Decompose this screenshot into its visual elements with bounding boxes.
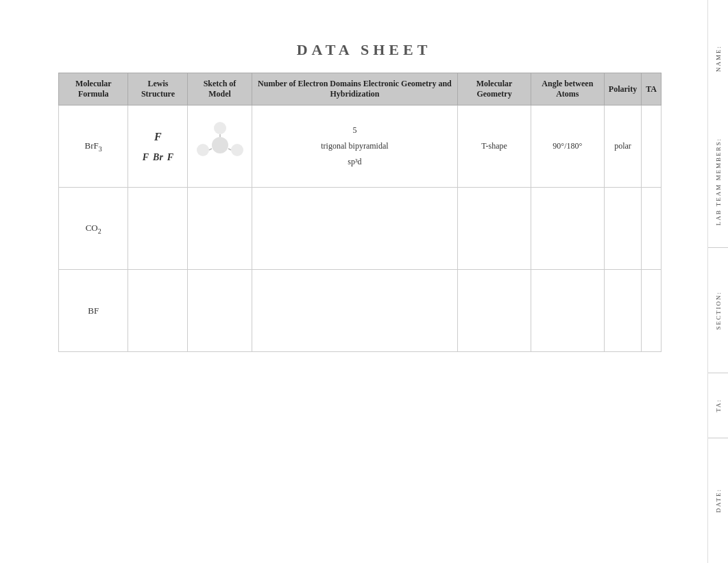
sidebar: NAME: LAB TEAM MEMBERS: SECTION: TA: DAT… [707,0,728,563]
ta-bf [642,270,662,352]
sidebar-section-section: SECTION: [708,248,728,373]
ta-co2 [642,188,662,270]
lewis-bf [128,270,188,352]
section-label: SECTION: [715,291,722,330]
sidebar-ta-section: TA: [708,373,728,438]
team-label: LAB TEAM MEMBERS: [715,138,722,225]
sketch-brf3 [188,105,252,188]
lewis-co2 [128,188,188,270]
ta-label: TA: [715,399,722,412]
lewis-brf3: F F Br F [128,105,188,188]
data-sheet-table-wrapper: Molecular Formula Lewis Structure Sketch… [58,73,662,352]
name-label: NAME: [715,45,722,72]
header-ta: TA [642,73,662,105]
svg-point-0 [212,137,228,153]
ta-brf3 [642,105,662,188]
date-label: DATE: [715,488,722,513]
formula-bf: BF [59,270,128,352]
table-row: BF [59,270,662,352]
svg-point-2 [197,144,209,156]
header-molecular-geometry: Molecular Geometry [458,73,531,105]
header-electron-domains: Number of Electron Domains Electronic Ge… [252,73,458,105]
svg-line-6 [228,149,231,150]
angle-co2 [531,188,604,270]
sketch-co2 [188,188,252,270]
table-row: BrF3 F F Br F [59,105,662,188]
header-molecular-formula: Molecular Formula [59,73,128,105]
header-sketch: Sketch of Model [188,73,252,105]
mol-geom-brf3: T-shape [458,105,531,188]
angle-brf3: 90°/180° [531,105,604,188]
electron-brf3: 5 trigonal bipyramidal sp³d [252,105,458,188]
header-angle: Angle between Atoms [531,73,604,105]
angle-bf [531,270,604,352]
formula-brf3: BrF3 [59,105,128,188]
svg-line-5 [209,149,212,150]
header-polarity: Polarity [604,73,641,105]
header-lewis-structure: Lewis Structure [128,73,188,105]
polarity-brf3: polar [604,105,641,188]
polarity-co2 [604,188,641,270]
formula-co2: CO2 [59,188,128,270]
mol-geom-bf [458,270,531,352]
data-table: Molecular Formula Lewis Structure Sketch… [58,73,662,352]
table-header-row: Molecular Formula Lewis Structure Sketch… [59,73,662,105]
svg-point-1 [214,122,226,134]
page-title: DATA SHEET [0,41,728,59]
electron-bf [252,270,458,352]
sketch-bf [188,270,252,352]
electron-co2 [252,188,458,270]
table-row: CO2 [59,188,662,270]
polarity-bf [604,270,641,352]
svg-point-3 [231,144,243,156]
sidebar-team-section: LAB TEAM MEMBERS: [708,116,728,247]
sidebar-name-section: NAME: [715,0,722,116]
sidebar-date-section: DATE: [708,438,728,563]
mol-geom-co2 [458,188,531,270]
